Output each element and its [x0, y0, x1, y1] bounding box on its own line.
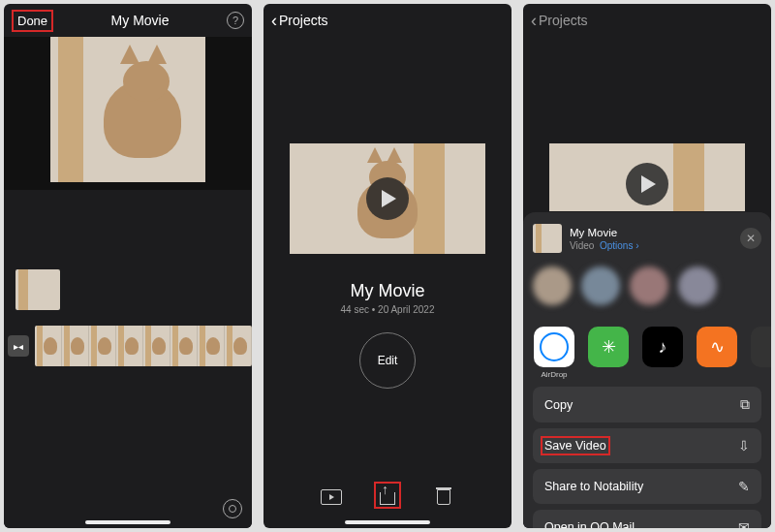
back-to-projects-dimmed: ‹ Projects [523, 4, 771, 37]
movie-title: My Movie [264, 281, 512, 301]
editor-screen: Done My Movie ? ▸◂ [4, 4, 252, 528]
action-copy[interactable]: Copy ⧉ [533, 387, 761, 422]
app-label [638, 370, 687, 379]
mail-icon: ✉ [738, 519, 750, 528]
pencil-icon: ✎ [738, 479, 750, 494]
video-thumbnail[interactable] [290, 143, 485, 254]
app-icon: ♪ [642, 327, 683, 367]
sheet-options-link[interactable]: Options › [600, 240, 639, 251]
action-share-notability[interactable]: Share to Notability ✎ [533, 469, 761, 504]
video-thumbnail-dimmed [549, 143, 745, 211]
action-label: Share to Notability [544, 480, 643, 493]
delete-button[interactable] [430, 484, 457, 511]
app-item[interactable] [750, 327, 771, 379]
back-to-projects[interactable]: ‹ Projects [264, 4, 512, 37]
timeline[interactable]: ▸◂ [4, 326, 252, 366]
play-button [626, 163, 668, 205]
trash-icon [437, 489, 450, 505]
preview-frame [50, 37, 205, 182]
chevron-left-icon: ‹ [271, 11, 277, 31]
done-button[interactable]: Done [12, 10, 53, 32]
app-item[interactable]: ∿ [696, 327, 738, 379]
gear-icon[interactable] [223, 499, 242, 518]
home-indicator [345, 520, 430, 524]
project-detail-screen: ‹ Projects My Movie 44 sec • 20 April 20… [264, 4, 512, 528]
app-airdrop[interactable]: AirDrop [533, 327, 575, 379]
app-label [584, 370, 633, 379]
home-indicator [85, 520, 170, 524]
apps-row[interactable]: AirDrop ✳ ♪ ∿ [523, 321, 771, 381]
app-label [693, 370, 741, 379]
action-open-qqmail[interactable]: Open in QQ Mail ✉ [533, 510, 761, 528]
contact-avatar[interactable] [630, 266, 668, 305]
contact-avatar[interactable] [581, 266, 620, 305]
play-icon [382, 190, 396, 207]
play-rect-icon [321, 489, 342, 505]
app-label [747, 370, 771, 379]
contacts-row[interactable] [523, 257, 771, 309]
share-icon [380, 485, 395, 505]
back-label: Projects [279, 13, 328, 28]
share-sheet: My Movie Video Options › ✕ AirDrop ✳ [523, 212, 771, 528]
app-item[interactable]: ♪ [641, 327, 684, 379]
app-icon: ∿ [697, 327, 737, 367]
back-label: Projects [539, 13, 588, 28]
action-save-video[interactable]: Save Video ⇩ [533, 428, 761, 463]
media-thumbnail[interactable] [16, 269, 60, 310]
share-button[interactable] [374, 482, 401, 509]
movie-meta: 44 sec • 20 April 2022 [264, 304, 512, 315]
help-icon[interactable]: ? [227, 12, 244, 29]
transition-icon[interactable]: ▸◂ [8, 335, 29, 357]
app-icon: ✳ [588, 327, 629, 367]
copy-icon: ⧉ [740, 396, 750, 413]
app-label: AirDrop [530, 370, 578, 379]
timeline-clip[interactable] [35, 326, 252, 366]
action-label: Open in QQ Mail [544, 520, 635, 528]
contact-avatar[interactable] [678, 266, 717, 305]
airdrop-icon [534, 327, 574, 367]
action-label: Save Video [544, 439, 606, 453]
chevron-left-icon: ‹ [531, 11, 537, 31]
action-label: Copy [544, 398, 573, 412]
app-item[interactable]: ✳ [587, 327, 630, 379]
save-icon: ⇩ [738, 438, 750, 454]
sheet-thumbnail [533, 224, 562, 253]
share-sheet-screen: ‹ Projects My Movie Video Options › ✕ [523, 4, 771, 528]
sheet-subtype: Video [570, 240, 594, 251]
close-button[interactable]: ✕ [740, 228, 761, 249]
app-icon [751, 327, 771, 367]
project-title: My Movie [111, 13, 170, 28]
video-preview [4, 37, 252, 190]
edit-button[interactable]: Edit [359, 332, 416, 389]
play-button[interactable] [366, 177, 409, 220]
contact-avatar[interactable] [533, 266, 572, 305]
sheet-title: My Movie [570, 226, 732, 240]
play-rect-button[interactable] [318, 484, 345, 511]
